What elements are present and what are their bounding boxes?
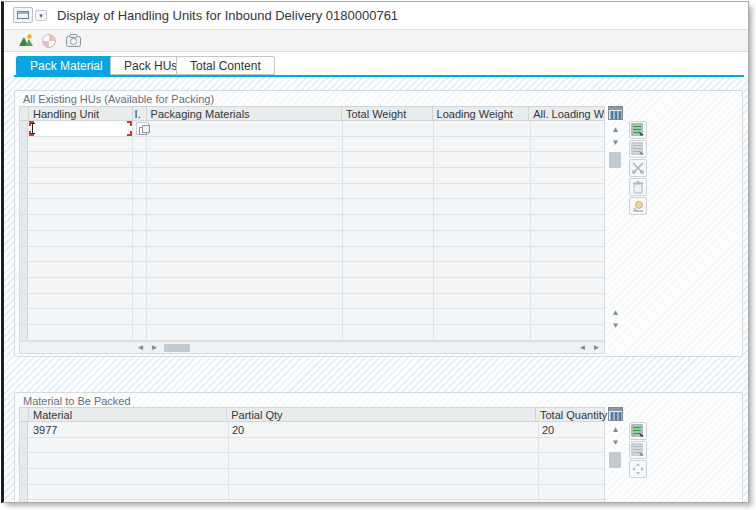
unpack-scissors-button[interactable] <box>629 159 647 177</box>
partial-qty-cell[interactable]: 20 <box>232 424 244 436</box>
row-selector[interactable] <box>20 121 28 136</box>
material-title: Material to Be Packed <box>23 395 131 407</box>
mat-distribute-button[interactable] <box>629 460 647 478</box>
row-selector[interactable] <box>20 469 28 484</box>
row-selector[interactable] <box>20 309 28 324</box>
hu-table-row[interactable] <box>20 215 604 231</box>
hu-table-settings-icon[interactable] <box>608 106 623 120</box>
hu-hscrollbar[interactable]: ◄ ► ◄ ► <box>19 341 605 354</box>
row-selector[interactable] <box>20 453 28 468</box>
material-cell[interactable]: 3977 <box>33 424 57 436</box>
tab-total-content[interactable]: Total Content <box>176 56 275 75</box>
hu-hscrollbar-thumb[interactable] <box>164 344 190 352</box>
mat-display-button[interactable] <box>629 441 647 459</box>
mat-vscrollbar-thumb[interactable] <box>609 452 621 468</box>
hu-vscrollbar-thumb[interactable] <box>609 152 621 168</box>
existing-hus-title: All Existing HUs (Available for Packing) <box>23 93 214 105</box>
row-selector[interactable] <box>20 485 28 500</box>
material-table-row[interactable] <box>20 469 604 485</box>
material-table-body: 3977 20 20 <box>19 422 605 503</box>
row-selector[interactable] <box>20 294 28 309</box>
sap-window: ▾ Display of Handling Units for Inbound … <box>1 1 749 503</box>
hu-row-selector-header[interactable] <box>20 107 29 120</box>
hu-table-row[interactable] <box>20 184 604 200</box>
hu-col-handling-unit[interactable]: Handling Unit <box>29 107 133 120</box>
row-selector[interactable] <box>20 278 28 293</box>
hu-col-all-loading-wt[interactable]: All. Loading Wt <box>529 107 604 120</box>
hu-table-row[interactable] <box>20 199 604 215</box>
row-selector[interactable] <box>20 168 28 183</box>
row-selector[interactable] <box>20 231 28 246</box>
row-selector[interactable] <box>20 325 28 340</box>
hu-scroll-up-icon[interactable]: ▲ <box>609 124 622 136</box>
material-table-row[interactable] <box>20 500 604 503</box>
row-selector[interactable] <box>20 215 28 230</box>
hu-scroll-down-bottom-icon[interactable]: ▼ <box>609 320 622 332</box>
row-selector[interactable] <box>20 500 28 503</box>
row-selector[interactable] <box>20 438 28 453</box>
hu-col-indicator[interactable]: I. <box>133 107 147 120</box>
material-groupbox: Material to Be Packed Material Partial Q… <box>14 392 743 503</box>
mat-scroll-down-icon[interactable]: ▼ <box>609 437 622 449</box>
tab-pack-material[interactable]: Pack Material <box>16 56 117 75</box>
hu-col-packaging-materials[interactable]: Packaging Materials <box>147 107 342 120</box>
quartered-circle-icon[interactable] <box>41 33 59 49</box>
hu-table-row[interactable] <box>20 137 604 153</box>
system-menu-glyph <box>17 11 29 19</box>
mat-col-partial-qty[interactable]: Partial Qty <box>227 408 536 421</box>
hu-table-row[interactable] <box>20 168 604 184</box>
system-menu-icon[interactable] <box>13 7 33 23</box>
material-table-settings-icon[interactable] <box>608 407 623 421</box>
hu-hscroll-right2-icon[interactable]: ► <box>590 343 603 353</box>
material-table-row[interactable] <box>20 485 604 501</box>
mat-col-material[interactable]: Material <box>29 408 227 421</box>
hu-col-total-weight[interactable]: Total Weight <box>342 107 433 120</box>
hu-table-row[interactable] <box>20 294 604 310</box>
hu-overview-icon[interactable] <box>17 33 35 49</box>
row-selector[interactable] <box>20 422 28 437</box>
text-cursor <box>32 123 33 134</box>
camera-icon[interactable] <box>65 33 83 49</box>
tab-strip: Pack Material Pack HUs Total Content <box>4 52 748 77</box>
total-quantity-cell[interactable]: 20 <box>542 424 554 436</box>
delete-hu-button[interactable] <box>629 178 647 196</box>
material-table-header: Material Partial Qty Total Quantity <box>19 407 605 422</box>
mat-row-selector-header[interactable] <box>20 408 29 421</box>
hu-hscroll-left-icon[interactable]: ◄ <box>134 343 147 353</box>
row-selector[interactable] <box>20 137 28 152</box>
hu-table-row[interactable] <box>20 325 604 341</box>
hu-table-row[interactable] <box>20 152 604 168</box>
page-title: Display of Handling Units for Inbound De… <box>57 8 398 23</box>
hu-table-row[interactable] <box>20 121 604 137</box>
hu-table-row[interactable] <box>20 262 604 278</box>
hu-table-row[interactable] <box>20 309 604 325</box>
hu-table-row[interactable] <box>20 231 604 247</box>
mat-detail-button[interactable] <box>629 422 647 440</box>
row-selector[interactable] <box>20 184 28 199</box>
material-table-row[interactable] <box>20 438 604 454</box>
hu-scroll-down-icon[interactable]: ▼ <box>609 137 622 149</box>
create-hu-button[interactable] <box>629 121 647 139</box>
title-bar: ▾ Display of Handling Units for Inbound … <box>4 2 748 29</box>
chevron-down-icon[interactable]: ▾ <box>35 10 47 21</box>
hu-table-row[interactable] <box>20 247 604 263</box>
material-table-row[interactable]: 3977 20 20 <box>20 422 604 438</box>
mat-col-total-quantity[interactable]: Total Quantity <box>536 408 604 421</box>
display-hu-button[interactable] <box>629 140 647 158</box>
row-selector[interactable] <box>20 152 28 167</box>
row-selector[interactable] <box>20 247 28 262</box>
hu-table-row[interactable] <box>20 278 604 294</box>
hu-col-loading-weight[interactable]: Loading Weight <box>433 107 530 120</box>
hu-table-header: Handling Unit I. Packaging Materials Tot… <box>19 106 605 121</box>
row-selector[interactable] <box>20 262 28 277</box>
hu-hscroll-right-icon[interactable]: ► <box>148 343 161 353</box>
empty-hu-button[interactable] <box>629 197 647 215</box>
mat-scroll-up-icon[interactable]: ▲ <box>609 424 622 436</box>
packaging-material-select-icon[interactable] <box>136 122 149 135</box>
hu-scroll-up-bottom-icon[interactable]: ▲ <box>609 307 622 319</box>
hu-table-body <box>19 121 605 341</box>
handling-unit-input[interactable] <box>29 121 132 136</box>
row-selector[interactable] <box>20 199 28 214</box>
hu-hscroll-left2-icon[interactable]: ◄ <box>576 343 589 353</box>
material-table-row[interactable] <box>20 453 604 469</box>
